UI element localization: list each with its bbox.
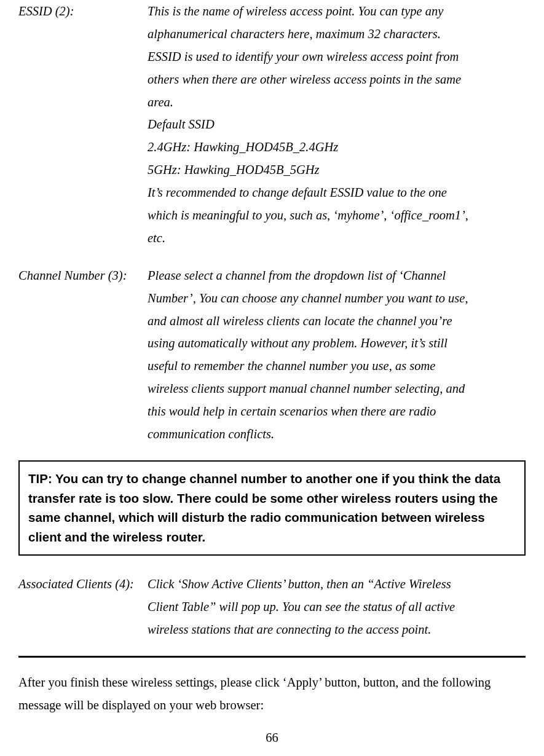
associated-clients-label: Associated Clients (4): xyxy=(18,573,148,641)
essid-line: which is meaningful to you, such as, ‘my… xyxy=(148,204,526,227)
essid-line: others when there are other wireless acc… xyxy=(148,68,526,91)
channel-line: Please select a channel from the dropdow… xyxy=(148,264,526,287)
essid-line: area. xyxy=(148,91,526,114)
closing-paragraph: After you finish these wireless settings… xyxy=(18,671,526,717)
page-number: 66 xyxy=(0,731,544,745)
channel-description: Please select a channel from the dropdow… xyxy=(148,264,526,446)
associated-line: wireless stations that are connecting to… xyxy=(148,618,526,641)
essid-line: 5GHz: Hawking_HOD45B_5GHz xyxy=(148,159,526,181)
section-divider xyxy=(18,656,526,658)
essid-line: This is the name of wireless access poin… xyxy=(148,0,526,23)
channel-line: Number’, You can choose any channel numb… xyxy=(148,287,526,310)
essid-line: It’s recommended to change default ESSID… xyxy=(148,181,526,204)
essid-line: alphanumerical characters here, maximum … xyxy=(148,23,526,45)
channel-line: communication conflicts. xyxy=(148,423,526,446)
channel-label: Channel Number (3): xyxy=(18,264,148,446)
channel-line: wireless clients support manual channel … xyxy=(148,377,526,400)
essid-line: Default SSID xyxy=(148,113,526,136)
associated-clients-definition: Associated Clients (4): Click ‘Show Acti… xyxy=(18,573,526,641)
essid-line: 2.4GHz: Hawking_HOD45B_2.4GHz xyxy=(148,136,526,159)
channel-line: and almost all wireless clients can loca… xyxy=(148,310,526,333)
channel-line: using automatically without any problem.… xyxy=(148,332,526,355)
associated-line: Client Table” will pop up. You can see t… xyxy=(148,596,526,618)
channel-line: this would help in certain scenarios whe… xyxy=(148,400,526,423)
channel-line: useful to remember the channel number yo… xyxy=(148,355,526,377)
essid-line: ESSID is used to identify your own wirel… xyxy=(148,45,526,68)
essid-line: etc. xyxy=(148,227,526,250)
essid-definition: ESSID (2): This is the name of wireless … xyxy=(18,0,526,250)
channel-definition: Channel Number (3): Please select a chan… xyxy=(18,264,526,446)
essid-label: ESSID (2): xyxy=(18,0,148,250)
essid-description: This is the name of wireless access poin… xyxy=(148,0,526,250)
tip-box: TIP: You can try to change channel numbe… xyxy=(18,460,526,556)
associated-clients-description: Click ‘Show Active Clients’ button, then… xyxy=(148,573,526,641)
associated-line: Click ‘Show Active Clients’ button, then… xyxy=(148,573,526,596)
